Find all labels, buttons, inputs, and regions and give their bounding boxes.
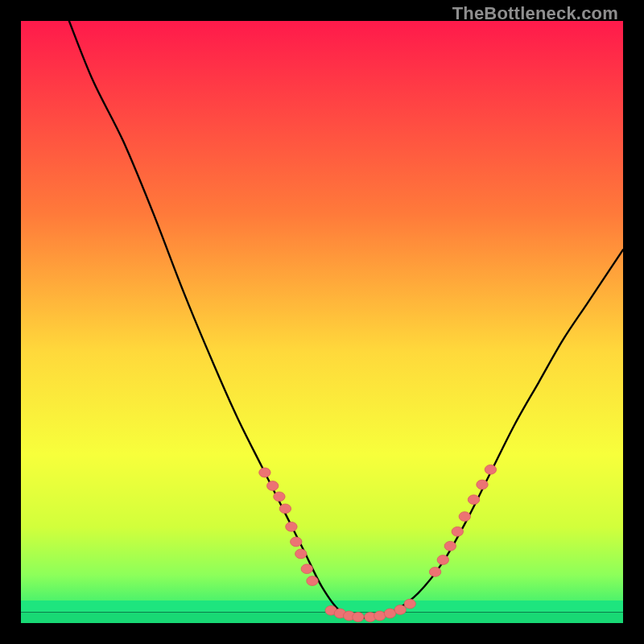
curve-marker bbox=[301, 564, 312, 574]
curve-marker bbox=[286, 522, 297, 531]
watermark-text: TheBottleneck.com bbox=[452, 3, 618, 24]
gradient-background bbox=[21, 21, 623, 623]
green-band bbox=[21, 601, 623, 612]
green-band-bottom bbox=[21, 613, 623, 623]
curve-marker bbox=[394, 605, 406, 615]
curve-marker bbox=[429, 568, 440, 577]
curve-marker bbox=[295, 549, 307, 559]
curve-marker bbox=[259, 468, 270, 477]
curve-marker bbox=[477, 480, 488, 489]
curve-marker bbox=[444, 541, 456, 551]
curve-marker bbox=[267, 481, 279, 491]
curve-marker bbox=[459, 512, 470, 522]
curve-marker bbox=[353, 613, 364, 622]
curve-marker bbox=[452, 526, 463, 536]
curve-marker bbox=[291, 537, 302, 547]
curve-marker bbox=[437, 555, 448, 565]
curve-marker bbox=[279, 504, 291, 514]
curve-marker bbox=[384, 609, 395, 618]
curve-marker bbox=[404, 599, 415, 609]
curve-marker bbox=[468, 495, 479, 505]
curve-marker bbox=[485, 464, 496, 474]
dark-green-band bbox=[21, 612, 623, 613]
chart-frame bbox=[21, 21, 623, 623]
curve-marker bbox=[307, 576, 318, 586]
curve-marker bbox=[274, 492, 285, 502]
curve-marker bbox=[374, 611, 386, 621]
chart-svg bbox=[21, 21, 623, 623]
